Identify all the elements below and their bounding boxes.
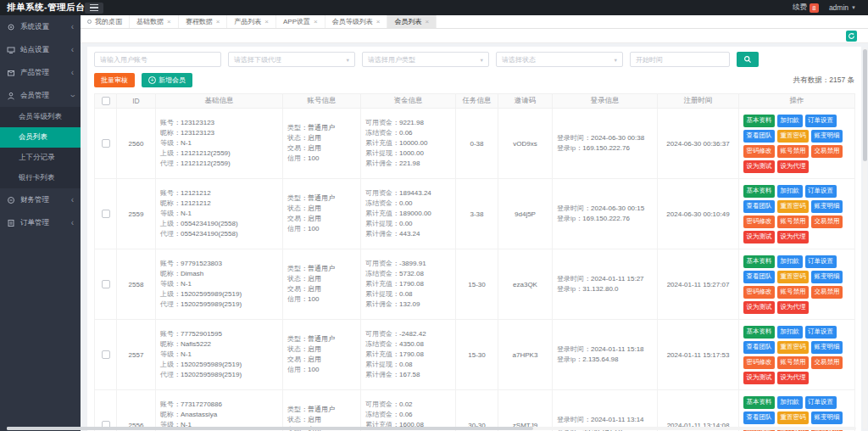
action-button[interactable]: 交易禁用 (811, 145, 843, 158)
action-button[interactable]: 加扣款 (777, 396, 803, 409)
action-button[interactable]: 交易禁用 (811, 286, 843, 299)
action-button[interactable]: 密码修改 (743, 356, 775, 369)
action-button[interactable]: 重置密码 (777, 200, 809, 213)
action-button[interactable]: 设为测试 (743, 372, 775, 384)
account-input[interactable] (94, 52, 221, 67)
action-button[interactable]: 查看团队 (743, 130, 775, 143)
sidebar-item-order-management[interactable]: 订单管理 ‹ (0, 211, 81, 234)
refresh-button[interactable] (846, 31, 857, 42)
status-select[interactable]: 请选择状态▼ (496, 52, 623, 67)
close-icon[interactable]: × (167, 18, 171, 25)
action-button[interactable]: 设为代理 (777, 160, 809, 173)
sidebar-item-updown-records[interactable]: 上下分记录 (0, 148, 81, 168)
sidebar-item-label: 站点设置 (20, 45, 49, 55)
action-button[interactable]: 账变明细 (811, 271, 843, 283)
select-all-checkbox[interactable] (102, 97, 110, 105)
close-icon[interactable]: × (264, 18, 269, 25)
action-button[interactable]: 订单设置 (805, 326, 837, 339)
action-button[interactable]: 账号禁用 (777, 145, 809, 158)
action-button[interactable]: 设为测试 (743, 160, 775, 173)
vertical-scrollbar[interactable] (863, 48, 867, 429)
close-icon[interactable]: × (425, 18, 429, 25)
field-line: 可用资金：-2482.42 (365, 329, 451, 339)
action-button[interactable]: 加扣款 (777, 255, 803, 268)
sidebar-item-member-list[interactable]: 会员列表 (0, 127, 81, 148)
action-button[interactable]: 设为测试 (743, 231, 775, 243)
start-time-input[interactable] (630, 52, 730, 67)
row-checkbox[interactable] (102, 139, 110, 148)
sidebar-item-product-management[interactable]: 产品管理 ‹ (0, 61, 81, 84)
tab-desktop[interactable]: 我的桌面 (81, 15, 130, 28)
close-icon[interactable]: × (314, 18, 318, 25)
user-menu[interactable]: admin ▼ (829, 3, 856, 12)
row-checkbox[interactable] (102, 210, 110, 218)
action-button[interactable]: 订单设置 (805, 396, 837, 409)
user-type-select[interactable]: 请选择用户类型▼ (362, 52, 489, 67)
action-button[interactable]: 账变明细 (811, 341, 843, 354)
action-button[interactable]: 订单设置 (805, 115, 837, 127)
action-button[interactable]: 账号禁用 (777, 216, 809, 228)
add-member-button[interactable]: + 新增会员 (142, 73, 192, 87)
action-button[interactable]: 基本资料 (743, 185, 775, 198)
action-button[interactable]: 加扣款 (777, 115, 803, 127)
action-button[interactable]: 重置密码 (777, 411, 809, 424)
agent-select[interactable]: 请选择下级代理▼ (228, 52, 355, 67)
action-button[interactable]: 订单设置 (805, 255, 837, 268)
action-button[interactable]: 交易禁用 (811, 216, 843, 228)
action-button[interactable]: 订单设置 (805, 185, 837, 198)
action-button[interactable]: 交易禁用 (811, 356, 843, 369)
close-icon[interactable]: × (216, 18, 220, 25)
action-button[interactable]: 账号禁用 (777, 356, 809, 369)
sidebar-item-site-settings[interactable]: 站点设置 ‹ (0, 38, 81, 61)
action-button[interactable]: 设为代理 (777, 372, 809, 384)
action-button[interactable]: 设为测试 (743, 301, 775, 314)
action-button[interactable]: 基本资料 (743, 115, 775, 127)
tab-basic-data[interactable]: 基础数据× (130, 15, 179, 28)
batch-audit-button[interactable]: 批量审核 (94, 73, 135, 87)
action-button[interactable]: 基本资料 (743, 326, 775, 339)
sidebar-item-member-level-list[interactable]: 会员等级列表 (0, 107, 81, 127)
action-button[interactable]: 基本资料 (743, 396, 775, 409)
action-button[interactable]: 密码修改 (743, 286, 775, 299)
action-button[interactable]: 账变明细 (811, 200, 843, 213)
scrollbar-thumb[interactable] (7, 427, 533, 430)
hamburger-menu-icon[interactable] (85, 3, 103, 14)
action-button[interactable]: 加扣款 (777, 326, 803, 339)
sidebar-item-system-settings[interactable]: 系统设置 ‹ (0, 15, 81, 38)
row-checkbox[interactable] (102, 350, 110, 359)
tab-app-settings[interactable]: APP设置× (276, 15, 326, 28)
tab-member-list[interactable]: 会员列表× (387, 15, 437, 28)
scrollbar-thumb[interactable] (863, 49, 867, 161)
action-button[interactable]: 查看团队 (743, 341, 775, 354)
chevron-left-icon: ‹ (71, 196, 74, 204)
action-button[interactable]: 密码修改 (743, 145, 775, 158)
action-button[interactable]: 账变明细 (811, 411, 843, 424)
sidebar-item-bankcard-list[interactable]: 银行卡列表 (0, 168, 81, 188)
action-button[interactable]: 重置密码 (777, 130, 809, 143)
action-button[interactable]: 设为代理 (777, 231, 809, 243)
renew-label: 续费 (793, 3, 807, 13)
tab-schedule-data[interactable]: 赛程数据× (179, 15, 228, 28)
search-button[interactable] (737, 52, 759, 67)
renew-link[interactable]: 续费 8 (793, 3, 819, 13)
action-button[interactable]: 重置密码 (777, 271, 809, 283)
tab-product-list[interactable]: 产品列表× (227, 15, 276, 28)
action-button[interactable]: 查看团队 (743, 411, 775, 424)
action-button[interactable]: 账号禁用 (777, 286, 809, 299)
action-button[interactable]: 设为代理 (777, 301, 809, 314)
sidebar-item-finance-management[interactable]: 财务管理 ‹ (0, 188, 81, 211)
action-button[interactable]: 基本资料 (743, 255, 775, 268)
horizontal-scrollbar[interactable] (7, 427, 856, 430)
action-button[interactable]: 加扣款 (777, 185, 803, 198)
action-button[interactable]: 查看团队 (743, 271, 775, 283)
action-button[interactable]: 密码修改 (743, 216, 775, 228)
tab-member-level-list[interactable]: 会员等级列表× (326, 15, 388, 28)
action-button[interactable]: 查看团队 (743, 200, 775, 213)
header-actions: 操作 (739, 94, 855, 109)
sidebar-item-member-management[interactable]: 会员管理 ‹ (0, 84, 81, 107)
close-icon[interactable]: × (376, 18, 381, 25)
action-button[interactable]: 重置密码 (777, 341, 809, 354)
row-checkbox[interactable] (102, 280, 110, 288)
action-button[interactable]: 账变明细 (811, 130, 843, 143)
field-line: 等级：N-1 (160, 279, 278, 289)
